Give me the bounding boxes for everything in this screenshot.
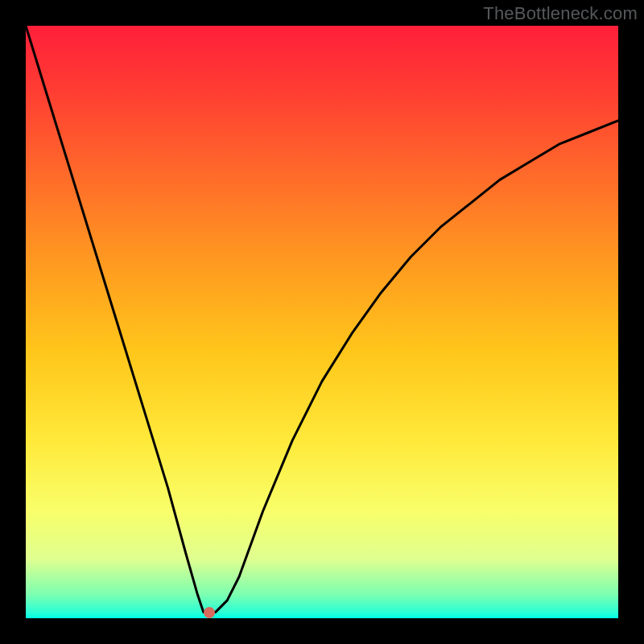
curve-path: [26, 26, 618, 613]
curve-svg: [26, 26, 618, 618]
marker-dot: [204, 607, 215, 618]
chart-frame: TheBottleneck.com: [0, 0, 644, 644]
plot-area: [26, 26, 618, 618]
watermark-text: TheBottleneck.com: [483, 3, 638, 24]
